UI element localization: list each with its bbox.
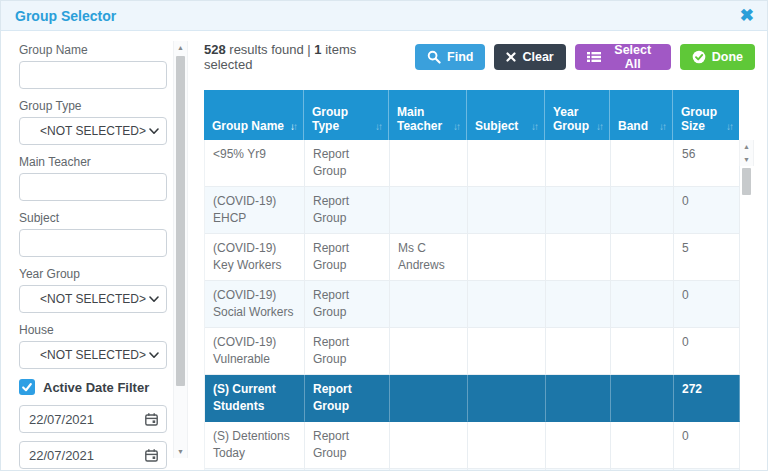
group-selector-dialog: Group Selector ✖ Group NameGroup Type<NO… (0, 0, 768, 471)
column-header-band[interactable]: Band↓↑ (610, 90, 673, 140)
table-cell: (COVID-19) Key Workers (205, 234, 305, 281)
date-to-value: 22/07/2021 (29, 448, 94, 463)
calendar-icon[interactable] (144, 412, 159, 427)
chevron-down-icon (149, 128, 159, 135)
scroll-up-icon[interactable]: ▲ (743, 140, 750, 153)
column-header-subject[interactable]: Subject↓↑ (467, 90, 545, 140)
table-row[interactable]: <95% Yr9Report Group56 (205, 140, 739, 187)
table-cell (468, 234, 546, 281)
subject-input[interactable] (19, 229, 167, 257)
main-teacher-label: Main Teacher (19, 155, 167, 169)
column-header-group-name[interactable]: Group Name↓↑ (204, 90, 304, 140)
select-all-button[interactable]: Select All (575, 44, 671, 70)
table-cell: 0 (674, 469, 740, 470)
chevron-down-icon (149, 352, 159, 359)
scrollbar-thumb[interactable] (176, 56, 185, 386)
table-scrollbar[interactable]: ▲ ▼ (739, 140, 754, 166)
search-icon (427, 50, 441, 64)
table-cell (468, 375, 546, 422)
house-group: House<NOT SELECTED> (19, 323, 167, 369)
column-header-group-size[interactable]: Group Size↓↑ (673, 90, 739, 140)
table-cell: 56 (674, 140, 740, 187)
table-row[interactable]: (S) Current StudentsReport Group272 (205, 375, 739, 422)
table-row[interactable]: (S) Detentions TomorrowReport Group0 (205, 469, 739, 470)
table-cell: 0 (674, 281, 740, 328)
column-header-main-teacher[interactable]: Main Teacher↓↑ (389, 90, 467, 140)
table-row[interactable]: (COVID-19) Key WorkersReport GroupMs C A… (205, 234, 739, 281)
group-type-label: Group Type (19, 99, 167, 113)
filter-sidebar: Group NameGroup Type<NOT SELECTED>Main T… (1, 31, 173, 470)
main-teacher-input[interactable] (19, 173, 167, 201)
table-cell (546, 140, 611, 187)
x-icon (506, 52, 516, 62)
group-type-selected-value: <NOT SELECTED> (40, 124, 146, 138)
results-table: Group Name↓↑Group Type↓↑Main Teacher↓↑Su… (204, 90, 755, 470)
table-row[interactable]: (S) Detentions TodayReport Group0 (205, 422, 739, 469)
table-cell (390, 328, 468, 375)
table-cell (390, 422, 468, 469)
results-toolbar: 528 results found | 1 items selected Fin… (204, 43, 755, 71)
results-panel: 528 results found | 1 items selected Fin… (188, 31, 767, 470)
close-icon[interactable]: ✖ (740, 7, 754, 24)
table-cell (468, 422, 546, 469)
table-cell (611, 140, 674, 187)
check-icon (21, 381, 33, 393)
table-cell: Report Group (305, 375, 390, 422)
house-selected-value: <NOT SELECTED> (40, 348, 146, 362)
table-cell (611, 328, 674, 375)
table-cell (390, 140, 468, 187)
table-row[interactable]: (COVID-19) Social WorkersReport Group0 (205, 281, 739, 328)
subject-group: Subject (19, 211, 167, 257)
active-date-filter-checkbox[interactable] (19, 379, 35, 395)
house-select[interactable]: <NOT SELECTED> (19, 341, 167, 369)
table-cell (546, 234, 611, 281)
dialog-title: Group Selector (15, 8, 116, 24)
table-cell (611, 187, 674, 234)
scroll-up-icon[interactable]: ▲ (177, 41, 184, 54)
date-to-field[interactable]: 22/07/2021 (19, 441, 167, 469)
table-row[interactable]: (COVID-19) EHCPReport Group0 (205, 187, 739, 234)
table-row[interactable]: (COVID-19) VulnerableReport Group0 (205, 328, 739, 375)
calendar-icon[interactable] (144, 448, 159, 463)
selected-count: 1 (314, 42, 321, 57)
scroll-down-icon[interactable]: ▼ (177, 445, 184, 458)
table-cell (468, 328, 546, 375)
table-cell (468, 469, 546, 470)
group-name-group: Group Name (19, 43, 167, 89)
year-group-label: Year Group (19, 267, 167, 281)
table-cell (390, 469, 468, 470)
scrollbar-thumb[interactable] (742, 168, 751, 195)
find-button[interactable]: Find (415, 44, 485, 70)
table-cell: (COVID-19) Vulnerable (205, 328, 305, 375)
table-cell (611, 281, 674, 328)
date-from-field[interactable]: 22/07/2021 (19, 405, 167, 433)
table-cell: Ms C Andrews (390, 234, 468, 281)
year-group-group: Year Group<NOT SELECTED> (19, 267, 167, 313)
table-cell (390, 281, 468, 328)
active-date-filter-row[interactable]: Active Date Filter (19, 379, 167, 395)
table-cell (468, 281, 546, 328)
results-summary: 528 results found | 1 items selected (204, 42, 406, 72)
group-name-input[interactable] (19, 61, 167, 89)
table-cell: Report Group (305, 234, 390, 281)
table-cell (611, 375, 674, 422)
scroll-down-icon[interactable]: ▼ (743, 153, 750, 166)
table-cell: <95% Yr9 (205, 140, 305, 187)
table-cell: 0 (674, 328, 740, 375)
column-header-group-type[interactable]: Group Type↓↑ (304, 90, 389, 140)
date-from-value: 22/07/2021 (29, 412, 94, 427)
sidebar-scrollbar[interactable]: ▲ ▼ (173, 41, 188, 458)
clear-button[interactable]: Clear (494, 44, 565, 70)
year-group-select[interactable]: <NOT SELECTED> (19, 285, 167, 313)
group-type-select[interactable]: <NOT SELECTED> (19, 117, 167, 145)
table-body: <95% Yr9Report Group56(COVID-19) EHCPRep… (204, 140, 739, 470)
table-cell: Report Group (305, 422, 390, 469)
table-cell: 0 (674, 187, 740, 234)
sort-icon: ↓↑ (290, 121, 298, 133)
done-button[interactable]: Done (680, 44, 755, 70)
sort-icon: ↓↑ (453, 121, 461, 133)
chevron-down-icon (149, 296, 159, 303)
sort-icon: ↓↑ (375, 121, 383, 133)
dialog-header: Group Selector ✖ (1, 1, 767, 31)
column-header-year-group[interactable]: Year Group↓↑ (545, 90, 610, 140)
